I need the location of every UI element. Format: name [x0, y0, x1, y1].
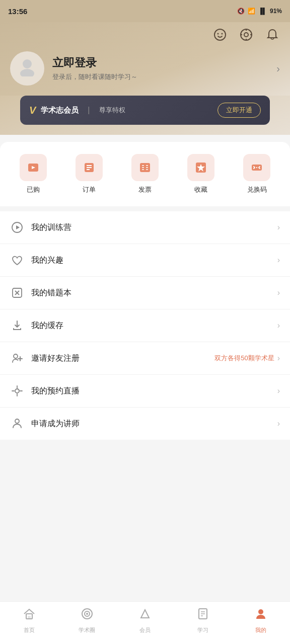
svg-point-0	[214, 29, 226, 40]
invite-label: 邀请好友注册	[31, 353, 214, 364]
login-title: 立即登录	[52, 55, 268, 70]
mistakes-icon	[10, 286, 24, 300]
invite-chevron: ›	[277, 354, 280, 363]
notification-button[interactable]	[265, 27, 280, 42]
mistakes-label: 我的错题本	[31, 288, 277, 298]
svg-point-10	[20, 69, 34, 76]
svg-point-47	[258, 609, 263, 614]
qa-favorites-icon	[187, 154, 214, 181]
profile-row[interactable]: 立即登录 登录后，随时看课随时学习～ ›	[10, 51, 280, 86]
svg-point-2	[222, 33, 223, 35]
qa-favorites-label: 收藏	[194, 185, 207, 194]
qa-orders[interactable]: 订单	[76, 154, 103, 194]
interests-icon	[10, 253, 24, 267]
qa-purchased-label: 已购	[27, 185, 40, 194]
qa-invoice-icon	[131, 154, 159, 181]
quick-actions-section: 已购 订单	[0, 142, 290, 206]
vip-v-logo: V	[29, 105, 36, 116]
qa-invoice[interactable]: 发票	[131, 154, 159, 194]
nav-academic-label: 学术圈	[79, 626, 95, 634]
avatar	[10, 51, 44, 86]
svg-point-37	[15, 419, 19, 423]
login-subtitle: 登录后，随时看课随时学习～	[52, 72, 268, 82]
teacher-chevron: ›	[277, 419, 280, 428]
signal-icon: ▐▌	[258, 8, 267, 15]
vip-info: V 学术志会员 | 尊享特权	[29, 105, 125, 116]
qa-favorites[interactable]: 收藏	[187, 154, 214, 194]
cache-icon	[10, 318, 24, 333]
svg-point-33	[14, 354, 18, 358]
training-chevron: ›	[277, 223, 280, 232]
menu-mistakes[interactable]: 我的错题本 ›	[0, 277, 290, 309]
nav-study-label: 学习	[197, 626, 208, 634]
svg-point-42	[86, 613, 88, 615]
svg-point-4	[241, 29, 252, 40]
study-nav-icon	[196, 607, 210, 624]
wifi-icon: 📶	[248, 8, 255, 15]
status-icons: 🔇 📶 ▐▌ 91%	[237, 8, 282, 15]
mistakes-chevron: ›	[277, 288, 280, 297]
menu-teacher[interactable]: 申请成为讲师 ›	[0, 408, 290, 440]
nav-academic[interactable]: 学术圈	[72, 607, 102, 634]
invite-badge: 双方各得50颗学术星	[214, 354, 274, 363]
svg-point-1	[218, 33, 219, 35]
qa-purchased-icon	[20, 154, 47, 181]
training-icon	[10, 220, 24, 234]
status-time: 13:56	[8, 7, 27, 16]
svg-rect-17	[140, 163, 150, 172]
home-nav-icon	[22, 607, 36, 624]
smiley-button[interactable]	[212, 27, 228, 42]
nav-study[interactable]: 学习	[188, 607, 218, 634]
vip-divider: |	[88, 106, 90, 115]
bottom-nav: 首页 学术圈 会员 学习	[0, 601, 290, 644]
quick-actions-grid: 已购 订单	[5, 154, 285, 194]
academic-nav-icon	[80, 607, 94, 624]
main-content: 已购 订单	[0, 142, 290, 500]
mine-nav-icon	[254, 607, 268, 624]
nav-member[interactable]: 会员	[130, 607, 160, 634]
nav-mine-label: 我的	[255, 626, 266, 634]
qa-redeem[interactable]: 兑换码	[243, 154, 270, 194]
member-nav-icon	[138, 607, 152, 624]
svg-marker-29	[16, 225, 20, 229]
nav-member-label: 会员	[139, 626, 151, 634]
menu-interests[interactable]: 我的兴趣 ›	[0, 244, 290, 277]
svg-point-3	[244, 33, 248, 37]
avatar-icon	[17, 56, 37, 81]
status-bar: 13:56 🔇 📶 ▐▌ 91%	[0, 0, 290, 22]
menu-invite[interactable]: 邀请好友注册 双方各得50颗学术星 ›	[0, 342, 290, 375]
battery-text: 91%	[270, 8, 282, 15]
qa-orders-icon	[76, 154, 103, 181]
interests-chevron: ›	[277, 256, 280, 265]
live-label: 我的预约直播	[31, 386, 277, 396]
teacher-label: 申请成为讲师	[31, 419, 277, 429]
menu-cache[interactable]: 我的缓存 ›	[0, 309, 290, 342]
vip-banner[interactable]: V 学术志会员 | 尊享特权 立即开通	[20, 96, 270, 125]
training-label: 我的训练营	[31, 222, 277, 233]
vip-title: 学术志会员	[41, 106, 79, 115]
nav-mine[interactable]: 我的	[246, 607, 276, 634]
cache-chevron: ›	[277, 321, 280, 330]
svg-point-9	[23, 59, 32, 68]
header-section: 立即登录 登录后，随时看课随时学习～ ›	[0, 22, 290, 101]
cache-label: 我的缓存	[31, 320, 277, 331]
vip-subtitle: 尊享特权	[99, 106, 125, 115]
svg-rect-39	[28, 616, 31, 619]
live-chevron: ›	[277, 386, 280, 395]
menu-training[interactable]: 我的训练营 ›	[0, 211, 290, 244]
profile-text: 立即登录 登录后，随时看课随时学习～	[52, 55, 268, 82]
qa-invoice-label: 发票	[138, 185, 152, 194]
invite-icon	[10, 351, 24, 365]
qa-redeem-icon	[243, 154, 270, 181]
menu-live[interactable]: 我的预约直播 ›	[0, 375, 290, 408]
settings-button[interactable]	[239, 27, 254, 42]
profile-chevron-icon: ›	[276, 63, 280, 74]
live-icon	[10, 384, 24, 398]
qa-orders-label: 订单	[83, 185, 96, 194]
qa-purchased[interactable]: 已购	[20, 154, 47, 194]
header-top-icons	[10, 27, 280, 42]
nav-home[interactable]: 首页	[14, 607, 44, 634]
nav-home-label: 首页	[24, 626, 35, 634]
vip-open-button[interactable]: 立即开通	[218, 103, 261, 118]
qa-redeem-label: 兑换码	[247, 185, 267, 194]
